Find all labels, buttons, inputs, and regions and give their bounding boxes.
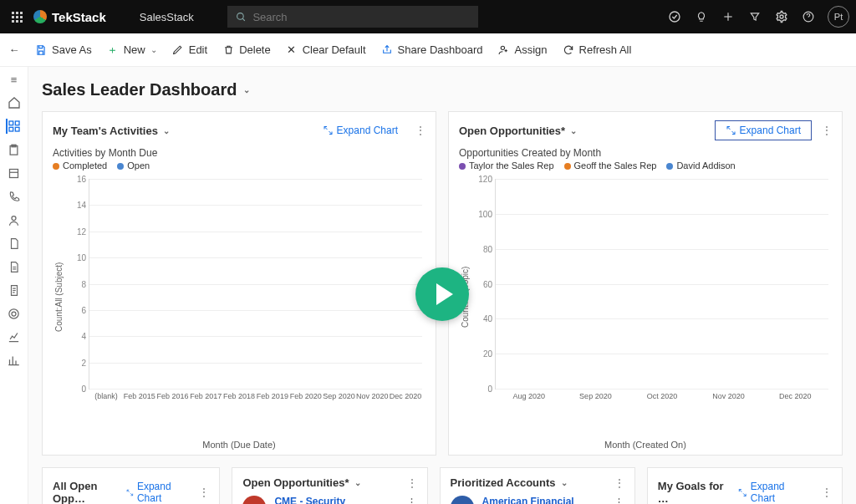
x-axis-label: Month (Due Date) [53,440,425,450]
app-name[interactable]: SalesStack [140,11,194,23]
clipboard-icon[interactable] [7,142,22,157]
main-content: Sales Leader Dashboard ⌄ My Team's Activ… [28,67,856,504]
card-my-goals: My Goals for … Expand Chart ⋮ Goal Progr… [647,467,843,504]
card-title[interactable]: My Goals for … [658,480,731,504]
search-input[interactable] [252,11,471,23]
card-title-opportunities[interactable]: Open Opportunities* ⌄ [459,125,577,137]
chart-bar-icon[interactable] [7,353,22,368]
search-icon [234,9,248,24]
more-icon[interactable]: ⋮ [822,125,832,136]
more-icon[interactable]: ⋮ [406,496,417,504]
filter-icon[interactable] [747,9,762,24]
list-item[interactable]: AF American Financial Group 555-555-5571… [451,496,624,504]
chevron-down-icon: ⌄ [570,126,577,135]
edit-button[interactable]: Edit [172,43,207,56]
arrow-left-icon: ← [8,44,20,56]
brand-name: TekStack [52,10,106,24]
card-title[interactable]: All Open Opp… [53,480,119,504]
card-title-activities[interactable]: My Team's Activities ⌄ [53,125,170,137]
expand-chart-button[interactable]: Expand Chart [119,476,189,504]
chevron-down-icon: ⌄ [354,478,361,487]
more-icon[interactable]: ⋮ [199,486,209,498]
delete-button[interactable]: Delete [222,43,271,56]
chart-subtitle: Opportunities Created by Month [459,147,832,159]
card-all-open-opps: All Open Opp… Expand Chart ⋮ Top Custome… [42,467,220,504]
share-dashboard-button[interactable]: Share Dashboard [381,43,483,56]
chevron-down-icon: ⌄ [243,85,250,94]
chart-opportunities: 020406080100120Aug 2020Sep 2020Oct 2020N… [471,176,832,418]
avatar-chip: AF [451,496,474,504]
command-bar: ← Save As ＋New⌄ Edit Delete ✕Clear Defau… [0,33,856,67]
item-name: CME - Security Operations [274,496,397,504]
chart-legend: Completed Open [53,160,425,171]
svg-point-5 [780,15,783,18]
svg-point-17 [12,312,16,316]
expand-chart-button[interactable]: Expand Chart [715,120,812,140]
gear-icon[interactable] [774,9,789,24]
target-icon[interactable] [7,306,22,321]
svg-rect-10 [9,127,13,131]
clear-default-button[interactable]: ✕Clear Default [286,43,366,56]
expand-chart-button[interactable]: Expand Chart [315,120,405,140]
contact-icon[interactable] [7,212,22,227]
invoice-icon[interactable] [7,259,22,274]
trash-icon [222,44,234,56]
play-button[interactable] [415,267,469,321]
svg-rect-9 [15,121,19,125]
chevron-down-icon: ⌄ [150,45,157,54]
global-search[interactable] [227,6,478,28]
phone-icon[interactable] [7,189,22,204]
card-opportunities: Open Opportunities* ⌄ Expand Chart ⋮ Opp… [448,111,843,456]
more-icon[interactable]: ⋮ [822,486,832,498]
assistant-icon[interactable] [667,9,682,24]
hamburger-icon[interactable]: ≡ [7,72,22,87]
more-icon[interactable]: ⋮ [614,496,624,504]
chart-line-icon[interactable] [7,329,22,344]
x-axis-label: Month (Created On) [459,440,832,450]
assign-icon [497,44,509,56]
dashboard-icon[interactable] [6,119,21,134]
item-name: American Financial Group [482,496,605,504]
save-as-button[interactable]: Save As [35,43,92,56]
svg-rect-11 [15,127,19,131]
file-icon[interactable] [7,236,22,251]
card-open-opps-list: Open Opportunities* ⌄ ⋮ C- CME - Securit… [232,467,427,504]
page-title[interactable]: Sales Leader Dashboard ⌄ [42,80,843,99]
app-launcher-icon[interactable] [7,7,27,27]
new-button[interactable]: ＋New⌄ [107,43,157,56]
chart-legend: Taylor the Sales Rep Geoff the Sales Rep… [459,160,832,171]
quote-icon[interactable] [7,283,22,298]
refresh-icon [563,44,574,56]
home-icon[interactable] [7,95,22,110]
brand-logo[interactable]: TekStack [33,10,106,24]
save-icon [35,44,47,56]
assign-button[interactable]: Assign [497,43,547,56]
card-activities: My Team's Activities ⌄ Expand Chart ⋮ Ac… [42,111,436,456]
help-icon[interactable] [801,9,816,24]
svg-rect-8 [9,121,13,125]
card-title[interactable]: Prioritized Accounts ⌄ [451,476,568,489]
back-button[interactable]: ← [8,44,20,56]
svg-line-1 [242,18,245,21]
user-avatar[interactable]: Pt [828,6,849,28]
brand-logo-icon [33,10,47,23]
y-axis-label: Count:All (Subject) [53,176,65,418]
svg-point-16 [9,308,18,318]
svg-point-2 [670,12,680,22]
site-map: ≡ [0,67,28,504]
more-icon[interactable]: ⋮ [407,477,417,489]
card-title[interactable]: Open Opportunities* ⌄ [242,476,360,489]
more-icon[interactable]: ⋮ [614,477,624,489]
refresh-all-button[interactable]: Refresh All [563,43,632,56]
topbar: TekStack SalesStack Pt [0,0,856,33]
accounts-icon[interactable] [7,165,22,181]
plus-icon[interactable] [721,9,736,24]
chart-activities: 0246810121416(blank)Feb 2015Feb 2016Feb … [65,176,425,418]
svg-rect-14 [10,169,18,177]
card-prioritized-accounts: Prioritized Accounts ⌄ ⋮ AF American Fin… [440,467,635,504]
expand-chart-button[interactable]: Expand Chart [731,476,812,504]
share-icon [381,44,393,56]
lightbulb-icon[interactable] [694,9,709,24]
list-item[interactable]: C- CME - Security Operations CME Group 1… [242,496,416,504]
more-icon[interactable]: ⋮ [415,125,425,136]
